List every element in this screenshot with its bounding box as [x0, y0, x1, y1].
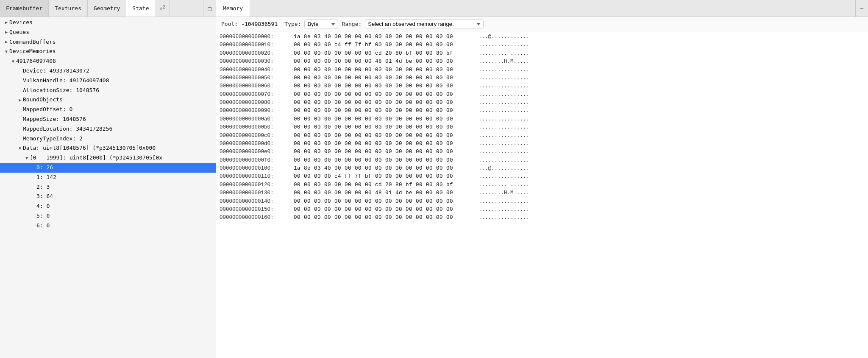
hex-row: 0000000000000100:1a 8e 03 40 00 00 00 00…	[216, 165, 868, 173]
hex-row: 00000000000000b0:00 00 00 00 00 00 00 00…	[216, 123, 868, 131]
hex-view[interactable]: 0000000000000000:1a 8e 03 40 00 00 00 00…	[216, 31, 868, 358]
tab-memory[interactable]: Memory	[216, 0, 250, 17]
hex-ascii: ................	[472, 206, 529, 214]
tree-item[interactable]: ▼[0 - 1999]: uint8[2000] (*p3245130705[0…	[0, 153, 216, 163]
right-window-minimize-button[interactable]: −	[855, 0, 868, 17]
tab-state[interactable]: State	[126, 0, 155, 17]
hex-ascii: ................	[472, 115, 529, 123]
tab-framebuffer[interactable]: Framebuffer	[0, 0, 49, 17]
hex-row: 00000000000000a0:00 00 00 00 00 00 00 00…	[216, 115, 868, 123]
tree-item[interactable]: VulkanHandle: 491764097408	[0, 76, 216, 86]
hex-row: 0000000000000140:00 00 00 00 00 00 00 00…	[216, 198, 868, 206]
tab-textures-label: Textures	[55, 5, 81, 11]
tree-item[interactable]: MappedLocation: 34341728256	[0, 124, 216, 134]
hex-row: 0000000000000080:00 00 00 00 00 00 00 00…	[216, 99, 868, 107]
hex-row: 0000000000000050:00 00 00 00 00 00 00 00…	[216, 74, 868, 82]
hex-ascii: ................	[472, 41, 529, 49]
hex-address: 0000000000000100:	[220, 165, 294, 173]
hex-address: 00000000000000e0:	[220, 148, 294, 156]
hex-ascii: ......... ......	[472, 181, 529, 189]
tree-item[interactable]: ▶Devices	[0, 18, 216, 28]
tree-item-label: 4: 0	[36, 202, 216, 211]
tree-item-label: MappedLocation: 34341728256	[23, 125, 216, 134]
tree-item[interactable]: ▶CommandBuffers	[0, 37, 216, 47]
tree-item[interactable]: 5: 0	[0, 211, 216, 221]
hex-ascii: ................	[472, 91, 529, 99]
tree-item-label: 5: 0	[36, 212, 216, 221]
hex-ascii: ...@............	[472, 165, 529, 173]
tab-overflow[interactable]: »2	[155, 0, 170, 17]
tree-item[interactable]: ▼Data: uint8[1048576] (*p3245130705[0x00…	[0, 143, 216, 153]
hex-ascii: ................	[472, 66, 529, 74]
tree-item[interactable]: 2: 3	[0, 182, 216, 192]
overflow-arrow: »	[159, 6, 162, 11]
right-tab-bar: Memory −	[216, 0, 868, 17]
hex-ascii: ................	[472, 173, 529, 181]
hex-address: 0000000000000060:	[220, 82, 294, 90]
hex-bytes: 00 00 00 00 c4 ff 7f bf 00 00 00 00 00 0…	[294, 173, 472, 181]
hex-bytes: 00 00 00 00 00 00 00 00 48 01 4d be 00 0…	[294, 189, 472, 197]
tree-item-label: 1: 142	[36, 173, 216, 182]
tree-item-label: Queues	[9, 28, 216, 37]
hex-ascii: ................	[472, 214, 529, 222]
hex-row: 0000000000000150:00 00 00 00 00 00 00 00…	[216, 206, 868, 214]
tree-item[interactable]: 1: 142	[0, 173, 216, 182]
hex-row: 0000000000000070:00 00 00 00 00 00 00 00…	[216, 91, 868, 99]
tree-container[interactable]: ▶Devices▶Queues▶CommandBuffers▼DeviceMem…	[0, 17, 216, 358]
hex-bytes: 00 00 00 00 00 00 00 00 00 00 00 00 00 0…	[294, 198, 472, 206]
tree-item[interactable]: ▶Queues	[0, 28, 216, 37]
tree-arrow-icon: ▶	[3, 19, 9, 26]
hex-bytes: 00 00 00 00 00 00 00 00 00 00 00 00 00 0…	[294, 206, 472, 214]
hex-ascii: ................	[472, 123, 529, 131]
tree-item[interactable]: AllocationSize: 1048576	[0, 86, 216, 95]
hex-bytes: 00 00 00 00 00 00 00 00 00 00 00 00 00 0…	[294, 107, 472, 115]
tree-item[interactable]: ▼DeviceMemories	[0, 47, 216, 56]
tree-item[interactable]: 4: 0	[0, 201, 216, 211]
pool-label: Pool:	[221, 21, 238, 27]
tree-item[interactable]: 0: 26	[0, 163, 216, 173]
range-select[interactable]: Select an observed memory range.	[365, 20, 484, 28]
hex-address: 0000000000000110:	[220, 173, 294, 181]
overflow-count: 2	[163, 5, 165, 9]
tree-item[interactable]: MappedSize: 1048576	[0, 115, 216, 124]
tree-item[interactable]: MemoryTypeIndex: 2	[0, 134, 216, 144]
tree-item-label: Data: uint8[1048576] (*p3245130705[0x000	[23, 144, 216, 153]
hex-bytes: 1a 8e 03 40 00 00 00 00 00 00 00 00 00 0…	[294, 33, 472, 41]
hex-address: 0000000000000000:	[220, 33, 294, 41]
tab-geometry[interactable]: Geometry	[88, 0, 127, 17]
hex-row: 0000000000000120:00 00 00 00 00 00 00 00…	[216, 181, 868, 189]
tree-item-label: MappedOffset: 0	[23, 105, 216, 114]
tree-item-label: Device: 493378143072	[23, 67, 216, 76]
tree-item-label: 6: 0	[36, 221, 216, 230]
hex-row: 0000000000000030:00 00 00 00 00 00 00 00…	[216, 58, 868, 66]
tab-textures[interactable]: Textures	[49, 0, 88, 17]
hex-ascii: ................	[472, 107, 529, 115]
hex-address: 00000000000000c0:	[220, 132, 294, 140]
hex-ascii: ................	[472, 198, 529, 206]
hex-bytes: 00 00 00 00 00 00 00 00 00 00 00 00 00 0…	[294, 140, 472, 148]
tree-arrow-icon: ▼	[3, 48, 9, 55]
hex-ascii: ........H.M.....	[472, 189, 529, 197]
tree-item[interactable]: ▶BoundObjects	[0, 95, 216, 105]
left-tab-bar: Framebuffer Textures Geometry State »2 □	[0, 0, 216, 17]
tree-item[interactable]: 3: 64	[0, 192, 216, 201]
tree-item-label: Devices	[9, 18, 216, 27]
tree-item[interactable]: ▼491764097408	[0, 56, 216, 66]
tree-item[interactable]: 6: 0	[0, 221, 216, 231]
hex-bytes: 00 00 00 00 00 00 00 00 cd 20 80 bf 00 0…	[294, 50, 472, 58]
hex-address: 0000000000000090:	[220, 107, 294, 115]
tree-item[interactable]: MappedOffset: 0	[0, 105, 216, 115]
maximize-icon: □	[208, 5, 211, 12]
range-label: Range:	[342, 21, 362, 27]
hex-bytes: 00 00 00 00 00 00 00 00 48 01 4d be 00 0…	[294, 58, 472, 66]
hex-ascii: ................	[472, 140, 529, 148]
hex-row: 00000000000000f0:00 00 00 00 00 00 00 00…	[216, 157, 868, 165]
left-window-maximize-button[interactable]: □	[203, 0, 216, 17]
tab-state-label: State	[132, 5, 149, 11]
hex-address: 0000000000000020:	[220, 50, 294, 58]
tree-arrow-icon: ▶	[3, 39, 9, 45]
type-select[interactable]: Byte Short Int Float	[304, 20, 338, 28]
tree-item[interactable]: Device: 493378143072	[0, 66, 216, 76]
memory-toolbar: Pool: -1049836591 Type: Byte Short Int F…	[216, 17, 868, 31]
hex-bytes: 00 00 00 00 00 00 00 00 cd 20 80 bf 00 0…	[294, 181, 472, 189]
